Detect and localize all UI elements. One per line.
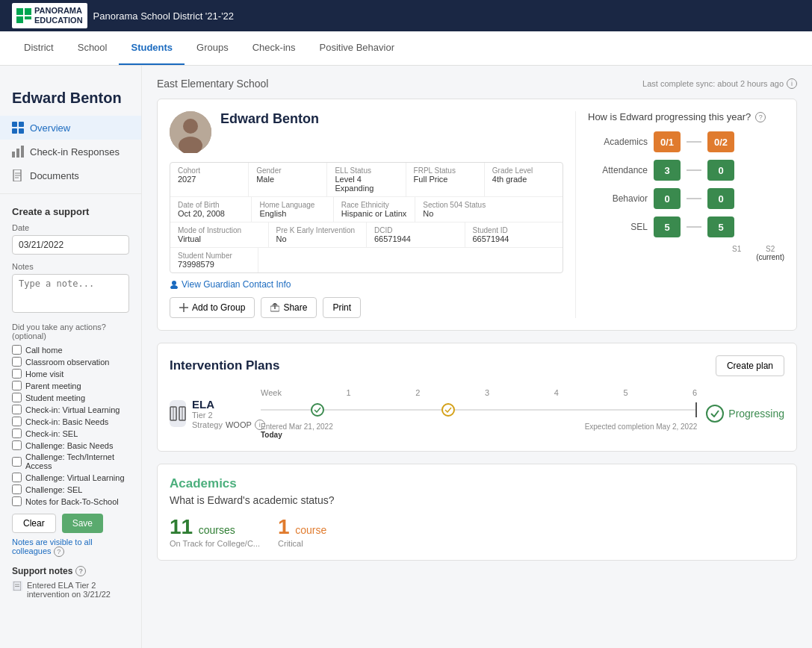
nav-item-district[interactable]: District xyxy=(12,31,66,65)
svg-rect-0 xyxy=(16,8,23,15)
home-language-cell: Home Language English xyxy=(252,197,333,222)
checkbox-checkin-virtual[interactable] xyxy=(12,405,22,414)
week3-dot xyxy=(441,403,455,417)
nav-item-checkins[interactable]: Check-ins xyxy=(241,31,308,65)
stat-on-track: 11 courses On Track for College/C... xyxy=(170,515,260,548)
label-checkin-sel: Check-in: SEL xyxy=(25,429,78,438)
notes-label: Notes xyxy=(12,262,129,271)
behavior-s1-badge: 0 xyxy=(654,188,681,209)
sel-label: SEL xyxy=(588,222,648,232)
nav-item-positive-behavior[interactable]: Positive Behavior xyxy=(308,31,406,65)
support-notes-info-icon: ? xyxy=(75,566,86,576)
week-label-2: 2 xyxy=(415,388,420,397)
top-bar: PANORAMAEDUCATION Panorama School Distri… xyxy=(0,0,812,31)
progress-row-behavior: Behavior 0 0 xyxy=(588,188,784,209)
add-group-icon xyxy=(179,303,188,312)
share-button[interactable]: Share xyxy=(261,297,317,318)
checkbox-challenge-basic-needs[interactable] xyxy=(12,440,22,450)
svg-rect-7 xyxy=(19,128,24,134)
label-parent-meeting: Parent meeting xyxy=(25,381,81,390)
progressing-badge: Progressing xyxy=(706,405,784,423)
checkbox-challenge-sel[interactable] xyxy=(12,485,22,494)
svg-rect-9 xyxy=(16,149,19,158)
support-note-entry: Entered ELA Tier 2 intervention on 3/21/… xyxy=(12,581,129,599)
info-row-2: Date of Birth Oct 20, 2008 Home Language… xyxy=(170,197,562,222)
label-notes-back-to-school: Notes for Back-To-School xyxy=(25,497,119,506)
action-challenge-tech: Challenge: Tech/Internet Access xyxy=(12,452,129,470)
action-notes-back-to-school: Notes for Back-To-School xyxy=(12,496,129,506)
checkbox-notes-back-to-school[interactable] xyxy=(12,496,22,506)
checkbox-call-home[interactable] xyxy=(12,345,22,355)
intervention-header: Intervention Plans Create plan xyxy=(170,355,784,376)
page-title: Edward Benton xyxy=(12,90,129,107)
plan-timeline: Week 1 2 3 4 5 6 xyxy=(261,388,697,439)
add-to-group-button[interactable]: Add to Group xyxy=(170,297,255,318)
action-challenge-virtual-learning: Challenge: Virtual Learning xyxy=(12,473,129,482)
check-circle-icon xyxy=(706,405,724,423)
section504-cell: Section 504 Status No xyxy=(415,197,562,222)
checkbox-challenge-tech[interactable] xyxy=(12,457,22,467)
academics-s1-badge: 0/1 xyxy=(654,131,681,152)
nav-item-school[interactable]: School xyxy=(66,31,120,65)
s2-label-container: S2 (current) xyxy=(756,245,784,261)
sel-s1-badge: 5 xyxy=(654,216,681,237)
progress-row-sel: SEL 5 5 xyxy=(588,216,784,237)
doc-icon xyxy=(12,169,24,181)
academics-s2-badge: 0/2 xyxy=(707,131,734,152)
sel-score-line xyxy=(687,226,701,228)
checkbox-classroom-observation[interactable] xyxy=(12,357,22,367)
plan-tier: Tier 2 xyxy=(192,411,265,420)
clear-button[interactable]: Clear xyxy=(12,514,56,533)
race-ethnicity-cell: Race Ethnicity Hispanic or Latinx xyxy=(334,197,415,222)
week-label-5: 5 xyxy=(623,388,627,397)
checkbox-checkin-sel[interactable] xyxy=(12,429,22,438)
label-challenge-virtual-learning: Challenge: Virtual Learning xyxy=(25,473,125,482)
sel-s2-badge: 5 xyxy=(707,216,734,237)
checkbox-student-meeting[interactable] xyxy=(12,393,22,402)
student-info-table: Cohort 2027 Gender Male ELL Status Level… xyxy=(170,162,563,273)
action-challenge-basic-needs: Challenge: Basic Needs xyxy=(12,440,129,450)
action-home-visit: Home visit xyxy=(12,369,129,378)
timeline-line xyxy=(261,409,697,411)
create-plan-button[interactable]: Create plan xyxy=(716,355,784,376)
student-number-cell: Student Number 73998579 xyxy=(170,248,258,272)
week-label-3: 3 xyxy=(485,388,489,397)
date-input[interactable] xyxy=(12,235,129,255)
action-challenge-sel: Challenge: SEL xyxy=(12,485,129,494)
attendance-s2-badge: 0 xyxy=(707,160,734,181)
plan-icon-info: ELA Tier 2 Strategy WOOP i xyxy=(170,398,252,430)
main-area: East Elementary School Last complete syn… xyxy=(142,66,812,648)
intervention-section: Intervention Plans Create plan xyxy=(157,343,797,452)
actions-label: Did you take any actions? (optional) xyxy=(12,323,129,340)
save-button[interactable]: Save xyxy=(62,514,103,533)
logo-text: PANORAMAEDUCATION xyxy=(34,6,83,25)
support-section: Create a support Date Notes Did you take… xyxy=(0,193,141,611)
frpl-cell: FRPL Status Full Price xyxy=(406,163,485,196)
svg-rect-1 xyxy=(25,8,31,15)
sidebar-item-documents-label: Documents xyxy=(30,170,79,181)
checkbox-checkin-basic-needs[interactable] xyxy=(12,417,22,426)
checkbox-challenge-virtual-learning[interactable] xyxy=(12,473,22,482)
ell-status-cell: ELL Status Level 4 Expanding xyxy=(327,163,406,196)
checkbox-home-visit[interactable] xyxy=(12,369,22,378)
sidebar-item-overview[interactable]: Overview xyxy=(0,116,141,140)
ela-book-icon xyxy=(170,405,186,422)
svg-rect-5 xyxy=(19,122,24,127)
action-buttons: Add to Group Share Print xyxy=(170,297,563,318)
academics-title: Academics xyxy=(170,476,784,491)
nav-item-students[interactable]: Students xyxy=(119,31,185,65)
action-parent-meeting: Parent meeting xyxy=(12,381,129,390)
print-button[interactable]: Print xyxy=(323,297,361,318)
svg-rect-10 xyxy=(21,146,24,158)
nav-item-groups[interactable]: Groups xyxy=(185,31,241,65)
logo-area: PANORAMAEDUCATION Panorama School Distri… xyxy=(12,3,234,28)
note-doc-icon xyxy=(12,581,22,591)
sidebar-item-checkin-responses[interactable]: Check-in Responses xyxy=(0,140,141,163)
checkbox-parent-meeting[interactable] xyxy=(12,381,22,390)
info-row-1: Cohort 2027 Gender Male ELL Status Level… xyxy=(170,163,562,197)
progress-section: How is Edward progressing this year? ? A… xyxy=(575,111,784,318)
notes-textarea[interactable] xyxy=(12,274,129,313)
sidebar-item-documents[interactable]: Documents xyxy=(0,163,141,187)
svg-rect-8 xyxy=(12,152,15,158)
guardian-contact-link[interactable]: View Guardian Contact Info xyxy=(170,279,291,290)
